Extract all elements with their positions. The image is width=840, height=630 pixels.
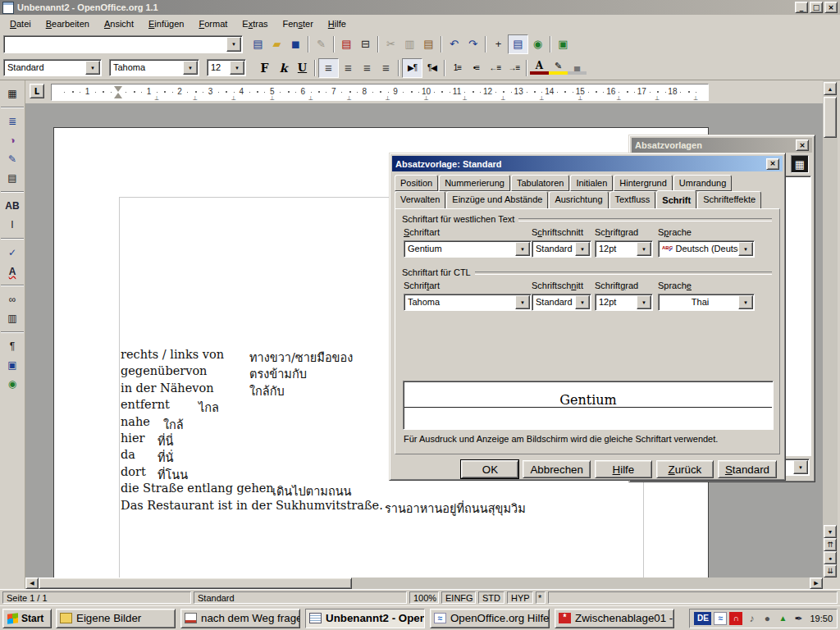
save-button[interactable]: ◼ bbox=[286, 35, 305, 53]
font-color-button[interactable]: A bbox=[530, 61, 549, 75]
volume-icon[interactable]: ♪ bbox=[745, 612, 758, 625]
document-line[interactable]: Das Restaurant ist in der Sukhumvitstraß… bbox=[121, 499, 383, 515]
dialog-tab[interactable]: Verwalten bbox=[395, 191, 445, 209]
gallery-button[interactable]: ▣ bbox=[554, 35, 573, 53]
horizontal-ruler[interactable]: 1123456789101112131415161718⊥⊥⊥⊥⊥⊥⊥⊥⊥⊥⊥⊥… bbox=[51, 84, 709, 101]
autospellcheck-button[interactable]: A bbox=[2, 262, 22, 281]
align-right-button[interactable]: ≡ bbox=[358, 59, 377, 77]
font-name-combobox[interactable]: Tahoma ▼ bbox=[109, 59, 199, 76]
document-line[interactable]: nahe ใกล้ bbox=[121, 415, 383, 431]
dialog-tab[interactable]: Hintergrund bbox=[614, 175, 672, 191]
paste-button[interactable]: ▤ bbox=[419, 35, 438, 53]
dialog-tab[interactable]: Textfluss bbox=[609, 191, 656, 209]
underline-button[interactable]: U bbox=[293, 59, 312, 77]
paragraph-styles-icon[interactable]: ▦ bbox=[791, 155, 809, 173]
url-combobox[interactable]: ▼ bbox=[3, 35, 243, 53]
taskbar-window-button[interactable]: * Zwischenablage01 - Irf... bbox=[555, 609, 674, 628]
menu-item[interactable]: Bearbeiten bbox=[39, 16, 97, 31]
increase-indent-button[interactable]: →≡ bbox=[504, 59, 523, 77]
menu-item[interactable]: Format bbox=[191, 16, 235, 31]
next-page-icon[interactable]: ⇊ bbox=[824, 564, 837, 578]
safely-remove-icon[interactable]: ▲ bbox=[776, 612, 789, 625]
draw-functions-button[interactable]: ✎ bbox=[2, 149, 22, 168]
dropdown-icon[interactable]: ▼ bbox=[793, 460, 808, 474]
taskbar-window-button[interactable]: Unbenannt2 - OpenO... bbox=[305, 609, 425, 628]
ctl-size-combobox[interactable]: 12pt ▼ bbox=[595, 294, 653, 311]
dropdown-icon[interactable]: ▼ bbox=[575, 295, 590, 309]
navigator-button[interactable]: + bbox=[489, 35, 508, 53]
print-button[interactable]: ⊟ bbox=[356, 35, 375, 53]
dialog-tab[interactable]: Position bbox=[395, 175, 438, 191]
taskbar-window-button[interactable]: nach dem Weg fragen ... bbox=[180, 609, 300, 628]
menu-item[interactable]: Extras bbox=[235, 16, 275, 31]
edit-file-button[interactable]: ✎ bbox=[312, 35, 331, 53]
align-center-button[interactable]: ≡ bbox=[339, 59, 358, 77]
ctl-style-combobox[interactable]: Standard ▼ bbox=[532, 294, 591, 311]
horizontal-scroll-thumb[interactable] bbox=[39, 578, 352, 589]
spellcheck-button[interactable]: ✓ bbox=[2, 243, 22, 262]
horizontal-scrollbar[interactable]: ◀ ▶ bbox=[25, 578, 823, 589]
highlight-button[interactable]: ✎ bbox=[549, 61, 568, 75]
dialog-tab[interactable]: Umrandung bbox=[673, 175, 732, 191]
autotext-button[interactable]: AB bbox=[2, 196, 22, 215]
data-sources-button[interactable]: ▥ bbox=[2, 308, 22, 327]
document-line[interactable]: gegenübervon ตรงข้ามกับ bbox=[121, 364, 383, 381]
online-layout-button[interactable]: ◉ bbox=[2, 374, 22, 393]
find-button[interactable]: ∞ bbox=[2, 290, 22, 308]
right-to-left-button[interactable]: ¶◀ bbox=[422, 59, 441, 77]
taskbar-window-button[interactable]: ≈ OpenOffice.org Hilfe - ... bbox=[430, 609, 550, 628]
nonprinting-characters-button[interactable]: ¶ bbox=[2, 336, 22, 355]
document-line[interactable]: in der Nähevon ใกล้กับ bbox=[121, 381, 383, 398]
background-color-button[interactable]: ▄ bbox=[568, 61, 587, 75]
dialog-close-button[interactable]: × bbox=[766, 158, 779, 170]
ctl-language-value[interactable]: Thai bbox=[662, 297, 738, 307]
bold-button[interactable]: F bbox=[255, 59, 274, 77]
indent-marker[interactable] bbox=[114, 86, 122, 98]
document-line[interactable]: die Straße entlang gehen เดินไปตามถนน bbox=[121, 482, 383, 498]
minimize-button[interactable]: _ bbox=[795, 2, 808, 13]
selection-mode-indicator[interactable]: STD bbox=[478, 591, 504, 604]
redo-button[interactable]: ↷ bbox=[463, 35, 482, 53]
font-name-value[interactable]: Tahoma bbox=[113, 62, 183, 72]
menu-item[interactable]: Datei bbox=[2, 16, 39, 31]
navigation-icon[interactable]: ● bbox=[824, 551, 837, 564]
document-line[interactable]: hier ที่นี่ bbox=[121, 431, 383, 448]
dropdown-icon[interactable]: ▼ bbox=[230, 61, 244, 75]
mouse-icon[interactable]: ● bbox=[760, 612, 774, 625]
undo-button[interactable]: ↶ bbox=[445, 35, 463, 53]
scroll-down-icon[interactable]: ▼ bbox=[824, 525, 837, 538]
ctl-font-combobox[interactable]: Tahoma ▼ bbox=[404, 294, 532, 311]
ctl-size-value[interactable]: 12pt bbox=[599, 297, 637, 307]
dropdown-icon[interactable]: ▼ bbox=[637, 242, 651, 256]
dialog-button[interactable]: Abbrechen bbox=[523, 460, 590, 478]
export-pdf-button[interactable]: ▤ bbox=[337, 35, 356, 53]
keyboard-layout-indicator[interactable]: DE bbox=[694, 612, 711, 625]
dialog-tab[interactable]: Nummerierung bbox=[439, 175, 510, 191]
align-justify-button[interactable]: ≡ bbox=[377, 59, 395, 77]
zoom-indicator[interactable]: 100% bbox=[409, 591, 439, 604]
font-size-combobox[interactable]: 12 ▼ bbox=[207, 59, 246, 76]
western-style-value[interactable]: Standard bbox=[536, 244, 575, 253]
paragraph-style-combobox[interactable]: Standard ▼ bbox=[3, 59, 102, 76]
western-size-value[interactable]: 12pt bbox=[599, 244, 637, 253]
scroll-left-icon[interactable]: ◀ bbox=[25, 578, 39, 589]
bullet-list-button[interactable]: •≡ bbox=[467, 59, 486, 77]
dialog-button[interactable]: Standard bbox=[718, 460, 777, 478]
dialog-button[interactable]: Hilfe bbox=[595, 460, 652, 478]
previous-page-icon[interactable]: ⇈ bbox=[824, 538, 837, 551]
ctl-style-value[interactable]: Standard bbox=[536, 297, 575, 307]
scroll-up-icon[interactable]: ▲ bbox=[824, 82, 837, 95]
document-text[interactable]: rechts / links von ทางขวา/ซายมือของ gege… bbox=[121, 348, 383, 515]
dropdown-icon[interactable]: ▼ bbox=[575, 242, 590, 256]
dialog-tab[interactable]: Einzüge und Abstände bbox=[446, 191, 548, 209]
dialog-title-bar[interactable]: Absatzvorlage: Standard × bbox=[392, 156, 783, 171]
tab-type-selector[interactable]: L bbox=[30, 84, 44, 98]
insert-object-button[interactable]: ◑ bbox=[2, 130, 22, 149]
dropdown-icon[interactable]: ▼ bbox=[85, 61, 100, 75]
dropdown-icon[interactable]: ▼ bbox=[738, 295, 753, 309]
dialog-button[interactable]: OK bbox=[461, 460, 518, 478]
ctl-language-combobox[interactable]: Thai ▼ bbox=[658, 294, 755, 311]
insert-table-button[interactable]: ▦ bbox=[2, 84, 22, 103]
vertical-scroll-thumb[interactable] bbox=[824, 97, 837, 138]
copy-button[interactable]: ▥ bbox=[400, 35, 419, 53]
